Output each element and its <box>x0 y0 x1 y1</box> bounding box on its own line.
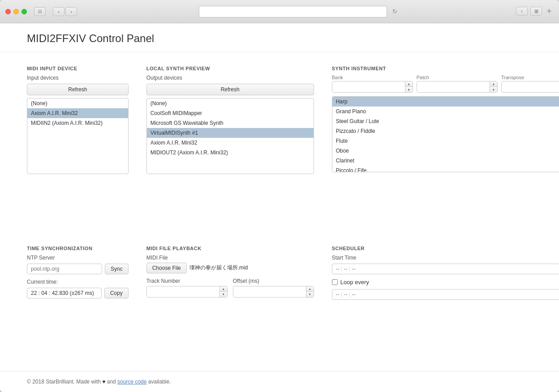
track-number-down-arrow[interactable]: ▼ <box>220 292 227 297</box>
offset-spinner[interactable]: 0 ▲ ▼ <box>233 286 314 298</box>
synth-instrument-section-title: SYNTH INSTRUMENT <box>332 66 559 71</box>
main-content: MIDI INPUT DEVICE Input devices Refresh … <box>0 52 559 371</box>
time-sync-section: TIME SYNCHRONIZATION NTP Server Sync Cur… <box>27 246 129 358</box>
nav-buttons: ‹ › <box>53 7 77 16</box>
list-item[interactable]: Piccolo / Fife <box>332 166 559 172</box>
midi-input-list[interactable]: (None) Axiom A.I.R. Mini32 MIDIIN2 (Axio… <box>27 98 129 174</box>
local-synth-section: LOCAL SYNTH PREVIEW Output devices Refre… <box>146 66 314 232</box>
list-item[interactable]: Axiom A.I.R. Mini32 <box>27 108 128 118</box>
transpose-value[interactable]: 0 <box>502 82 559 92</box>
title-bar: ⊡ ‹ › ↻ ↑ ⊞ + <box>0 0 559 23</box>
offset-up-arrow[interactable]: ▲ <box>306 286 314 292</box>
instrument-list[interactable]: Harp Grand Piano Steel Guitar / Lute Piz… <box>332 96 559 172</box>
source-code-link[interactable]: source code <box>117 379 146 385</box>
file-name: 壊神の拳が届く場所.mid <box>189 264 248 272</box>
midi-input-section-title: MIDI INPUT DEVICE <box>27 66 129 71</box>
midi-input-label: Input devices <box>27 75 129 81</box>
current-time-label: Current time: <box>27 279 129 285</box>
transpose-spinner[interactable]: 0 ▲ ▼ <box>501 81 559 93</box>
loop-input[interactable] <box>332 289 559 300</box>
offset-value[interactable]: 0 <box>233 287 306 297</box>
list-item[interactable]: Steel Guitar / Lute <box>332 116 559 126</box>
page-footer: © 2018 StarBrilliant. Made with ♥ and so… <box>0 371 559 392</box>
start-time-row: Set <box>332 264 559 274</box>
transpose-group: Transpose 0 ▲ ▼ <box>501 75 559 93</box>
patch-spinner[interactable]: 47 ▲ ▼ <box>417 81 498 93</box>
list-item[interactable]: Pizzcato / Fiddle <box>332 126 559 136</box>
bank-spinner[interactable]: 0 ▲ ▼ <box>332 81 413 93</box>
patch-up-arrow[interactable]: ▲ <box>490 81 497 87</box>
loop-row: Loop every <box>332 279 559 285</box>
forward-button[interactable]: › <box>65 7 77 16</box>
browser-window: ⊡ ‹ › ↻ ↑ ⊞ + MIDI2FFXIV Control Pane <box>0 0 559 392</box>
track-number-label: Track Number <box>146 278 228 284</box>
track-offset-row: Track Number 1 ▲ ▼ Offset (ms) 0 <box>146 278 314 298</box>
list-item[interactable]: MIDIOUT2 (Axiom A.I.R. Mini32) <box>147 148 314 158</box>
list-item[interactable]: Clarinet <box>332 156 559 166</box>
midi-file-label: MIDI File <box>146 255 314 261</box>
list-item[interactable]: CoolSoft MIDIMapper <box>147 108 314 118</box>
list-item[interactable]: Microsoft GS Wavetable Synth <box>147 118 314 128</box>
current-time-value: 22 : 04 : 42.830 (±267 ms) <box>27 288 102 298</box>
track-number-arrows: ▲ ▼ <box>219 286 227 297</box>
footer-text-before: © 2018 StarBrilliant. Made with <box>27 379 102 385</box>
patch-group: Patch 47 ▲ ▼ <box>417 75 498 93</box>
back-button[interactable]: ‹ <box>53 7 64 16</box>
bank-up-arrow[interactable]: ▲ <box>405 81 413 87</box>
list-item[interactable]: MIDIIN2 (Axiom A.I.R. Mini32) <box>27 118 128 128</box>
track-number-spinner[interactable]: 1 ▲ ▼ <box>146 286 228 298</box>
list-item[interactable]: Harp <box>332 97 559 107</box>
address-bar-container: ↻ <box>83 6 512 17</box>
track-number-group: Track Number 1 ▲ ▼ <box>146 278 228 298</box>
tab-button[interactable]: ⊞ <box>530 7 542 16</box>
window-icon-button[interactable]: ⊡ <box>34 7 46 16</box>
list-item[interactable]: (None) <box>27 98 128 108</box>
bank-arrows: ▲ ▼ <box>405 81 413 92</box>
close-button[interactable] <box>5 9 11 14</box>
list-item[interactable]: Oboe <box>332 146 559 156</box>
start-time-label: Start Time <box>332 255 559 261</box>
share-button[interactable]: ↑ <box>516 7 528 16</box>
ntp-input[interactable] <box>27 264 102 274</box>
address-bar[interactable] <box>199 6 387 17</box>
patch-label: Patch <box>417 75 498 80</box>
list-item[interactable]: Flute <box>332 136 559 146</box>
list-item[interactable]: VirtualMIDISynth #1 <box>147 128 314 138</box>
new-tab-button[interactable]: + <box>545 7 554 16</box>
list-item[interactable]: (None) <box>147 98 314 108</box>
share-icon: ↑ <box>520 9 523 14</box>
loop-label: Loop every <box>340 279 369 285</box>
forward-icon: › <box>70 9 72 14</box>
reload-icon[interactable]: ↻ <box>392 8 397 15</box>
minimize-button[interactable] <box>13 9 19 14</box>
bank-value[interactable]: 0 <box>332 82 405 92</box>
midi-input-refresh-button[interactable]: Refresh <box>27 84 129 95</box>
patch-down-arrow[interactable]: ▼ <box>490 87 497 92</box>
footer-text-middle: and <box>105 379 117 385</box>
window-icon: ⊡ <box>38 9 42 14</box>
list-item[interactable]: Axiom A.I.R. Mini32 <box>147 138 314 148</box>
local-synth-refresh-button[interactable]: Refresh <box>146 84 314 95</box>
sync-button[interactable]: Sync <box>105 264 129 274</box>
start-time-input[interactable] <box>332 264 559 274</box>
patch-arrows: ▲ ▼ <box>490 81 497 92</box>
track-number-value[interactable]: 1 <box>147 287 219 297</box>
local-synth-list[interactable]: (None) CoolSoft MIDIMapper Microsoft GS … <box>146 98 314 174</box>
local-synth-label: Output devices <box>146 75 314 81</box>
tab-icon: ⊞ <box>534 9 538 14</box>
list-item[interactable]: Grand Piano <box>332 107 559 116</box>
offset-down-arrow[interactable]: ▼ <box>306 292 314 297</box>
track-number-up-arrow[interactable]: ▲ <box>220 286 227 292</box>
bank-patch-row: Bank 0 ▲ ▼ Patch 47 <box>332 75 559 93</box>
offset-arrows: ▲ ▼ <box>306 286 314 297</box>
patch-value[interactable]: 47 <box>417 82 490 92</box>
maximize-button[interactable] <box>22 9 27 14</box>
loop-checkbox[interactable] <box>332 279 338 285</box>
bank-down-arrow[interactable]: ▼ <box>405 87 413 92</box>
midi-file-section-title: MIDI FILE PLAYBACK <box>146 246 314 251</box>
copy-button[interactable]: Copy <box>104 288 129 298</box>
offset-group: Offset (ms) 0 ▲ ▼ <box>233 278 314 298</box>
ntp-row: Sync <box>27 264 129 274</box>
synth-instrument-section: SYNTH INSTRUMENT Bank 0 ▲ ▼ Patc <box>332 66 559 232</box>
choose-file-button[interactable]: Choose File <box>146 263 187 273</box>
